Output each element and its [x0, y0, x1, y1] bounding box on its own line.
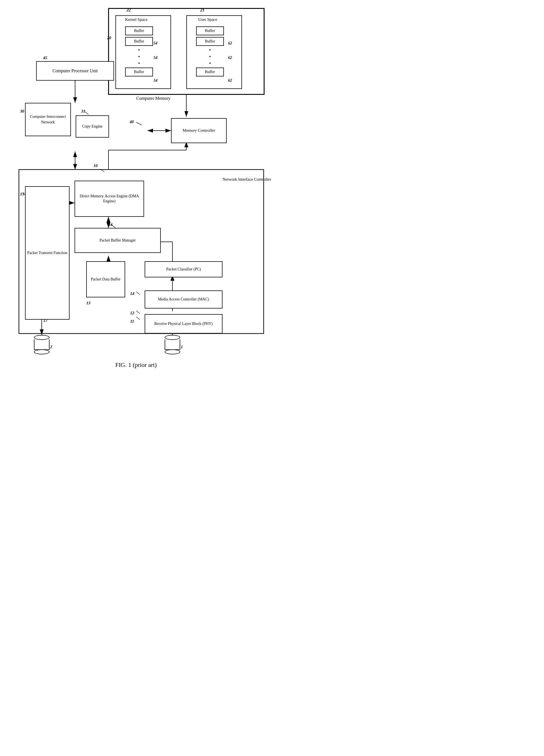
kernel-buffer-dots2: • [138, 54, 140, 59]
ref-45: 45 [43, 56, 47, 60]
figure-caption: FIG. 1 (prior art) [0, 361, 272, 369]
svg-line-35 [136, 292, 140, 295]
svg-line-27 [136, 122, 142, 125]
mac-box: Media Access Controller (MAC) [145, 290, 222, 309]
phy-label: Receive Physical Layer Block (PHY) [154, 321, 213, 326]
user-space-label: User Space [198, 17, 217, 22]
kernel-buffer-3: Buffer [125, 68, 153, 76]
ref-62-2: 62 [228, 56, 232, 60]
user-buffer-dots: • [209, 48, 211, 53]
computer-memory-label: Computer Memory [136, 96, 170, 101]
mac-label: Media Access Controller (MAC) [158, 297, 209, 302]
ref-20: 20 [107, 36, 111, 40]
cyl-2-body [34, 339, 49, 350]
ref-40: 40 [130, 120, 134, 124]
ref-62-1: 62 [228, 41, 232, 46]
cyl-2-bottom [34, 349, 49, 354]
cyl-1-body [165, 339, 180, 350]
ptf-box: Packet Transmit Function [25, 186, 69, 320]
cpu-label: Computer Processor Unit [53, 68, 98, 74]
ref-54-1: 54 [153, 41, 157, 46]
cpu-box: Computer Processor Unit [36, 61, 114, 81]
kernel-buffer-1: Buffer [125, 26, 153, 35]
cin-label: Computer Interconnect Network [26, 114, 70, 125]
pc-label: Packet Classifier (PC) [166, 267, 201, 272]
user-buffer-2: Buffer [196, 37, 224, 46]
ref-2: 2 [50, 345, 52, 349]
ref-31: 31 [81, 109, 85, 114]
ref-14: 14 [130, 291, 134, 296]
svg-line-36 [136, 311, 140, 314]
pbm-label: Packet Buffer Manager [100, 238, 136, 243]
copy-engine-box: Copy Engine [76, 115, 109, 138]
pdb-box: Packet Data Buffer [86, 261, 125, 297]
user-buffer-1: Buffer [196, 26, 224, 35]
ref-10: 10 [93, 163, 98, 168]
ref-11: 11 [130, 319, 134, 324]
kernel-buffer-dots3: • [138, 61, 140, 66]
phy-box: Receive Physical Layer Block (PHY) [145, 314, 222, 334]
pc-box: Packet Classifier (PC) [145, 261, 222, 277]
cylinder-1 [165, 335, 180, 355]
ref-21: 21 [200, 8, 204, 13]
pbm-box: Packet Buffer Manager [74, 228, 161, 253]
cyl-1-top [165, 335, 180, 340]
ref-16: 16 [108, 222, 113, 227]
ref-1: 1 [181, 345, 183, 349]
ref-22: 22 [126, 8, 131, 13]
user-buffer-group: Buffer Buffer • • • Buffer [196, 26, 224, 76]
ref-62-3: 62 [228, 78, 232, 83]
pdb-label: Packet Data Buffer [91, 277, 120, 282]
svg-line-37 [136, 317, 140, 320]
cylinder-2 [34, 335, 49, 355]
nic-label: Network Interface Controller [222, 176, 271, 182]
svg-line-26 [85, 112, 88, 115]
ref-54-3: 54 [153, 78, 157, 83]
ref-54-2: 54 [153, 56, 157, 60]
ref-17: 17 [43, 318, 48, 323]
dma-engine-label: Direct Memory Access Engine (DMA Engine) [75, 194, 143, 204]
ptf-label: Packet Transmit Function [27, 250, 67, 255]
ref-15: 15 [20, 192, 24, 197]
user-buffer-3: Buffer [196, 68, 224, 76]
user-buffer-dots2: • [209, 54, 211, 59]
copy-engine-label: Copy Engine [82, 124, 103, 129]
cyl-1-bottom [165, 349, 180, 354]
ref-30: 30 [20, 109, 24, 114]
kernel-buffer-2: Buffer [125, 37, 153, 46]
ref-13: 13 [86, 301, 90, 305]
kernel-buffer-dots: • [138, 48, 140, 53]
kernel-buffer-group: Buffer Buffer • • • Buffer [125, 26, 153, 76]
svg-line-31 [100, 169, 104, 172]
cin-box: Computer Interconnect Network [25, 103, 71, 136]
kernel-space-label: Kernel Space [125, 17, 147, 22]
dma-engine-box: Direct Memory Access Engine (DMA Engine) [74, 181, 144, 217]
memory-controller-label: Memory Controller [182, 128, 215, 133]
user-buffer-dots3: • [209, 61, 211, 66]
memory-controller-box: Memory Controller [171, 118, 227, 143]
ref-12: 12 [130, 311, 134, 315]
cyl-2-top [34, 335, 49, 340]
